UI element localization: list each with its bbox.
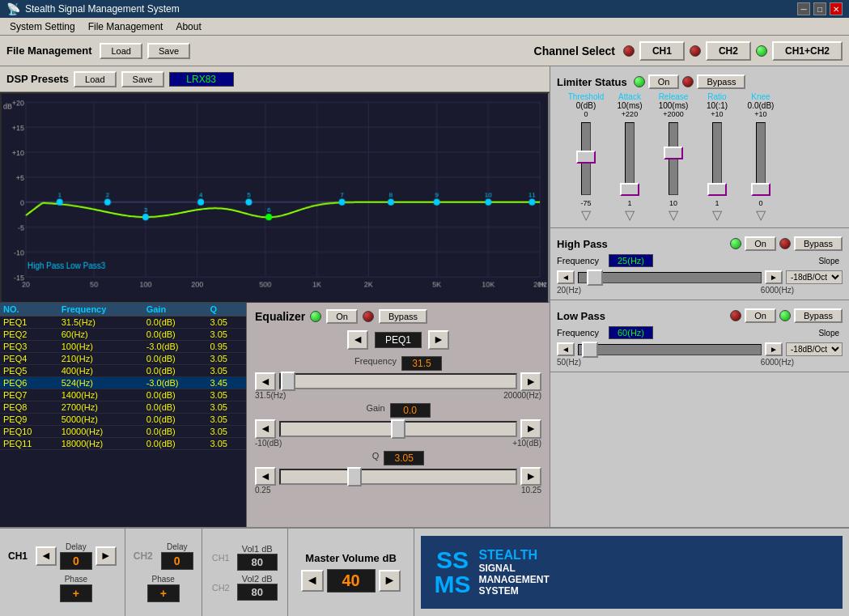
q-dec-button[interactable]: ◄ bbox=[255, 467, 276, 486]
table-cell: PEQ7 bbox=[0, 389, 58, 401]
table-cell: 0.0(dB) bbox=[143, 389, 207, 401]
ch1ch2-button[interactable]: CH1+CH2 bbox=[772, 41, 843, 61]
freq-inc-button[interactable]: ► bbox=[520, 372, 541, 392]
equalizer-on-button[interactable]: On bbox=[326, 309, 358, 324]
attack-thumb[interactable] bbox=[620, 183, 639, 196]
ch1-button[interactable]: CH1 bbox=[639, 41, 685, 61]
ch2-phase-value[interactable]: + bbox=[147, 584, 180, 602]
logo-stealth: STEALTH bbox=[478, 548, 549, 563]
release-thumb[interactable] bbox=[664, 147, 683, 159]
table-row[interactable]: PEQ4210(Hz)0.0(dB)3.05 bbox=[0, 353, 246, 365]
hp-freq-dec[interactable]: ◄ bbox=[557, 270, 575, 284]
file-load-button[interactable]: Load bbox=[100, 43, 142, 59]
eq-table-header: NO. Frequency Gain Q bbox=[0, 303, 246, 316]
limiter-bypass-button[interactable]: Bypass bbox=[697, 74, 745, 89]
table-cell: PEQ9 bbox=[0, 414, 58, 426]
file-management-title: File Management bbox=[6, 45, 91, 57]
knee-label: Knee bbox=[740, 92, 782, 101]
lp-slope-select[interactable]: -18dB/Oct -6dB/Oct -12dB/Oct -24dB/Oct bbox=[786, 342, 843, 356]
threshold-thumb[interactable] bbox=[576, 151, 596, 164]
equalizer-bypass-button[interactable]: Bypass bbox=[379, 309, 427, 324]
freq-dec-button[interactable]: ◄ bbox=[255, 372, 276, 392]
frequency-slider-row: ◄ ► bbox=[255, 372, 541, 392]
hp-bypass-button[interactable]: Bypass bbox=[794, 236, 843, 251]
ratio-slider-col: +10 1 bbox=[696, 110, 738, 207]
ch1-delay-inc[interactable]: ► bbox=[96, 546, 117, 566]
menu-system-setting[interactable]: System Setting bbox=[3, 19, 82, 34]
ch1-delay-dec[interactable]: ◄ bbox=[36, 546, 57, 566]
dsp-save-button[interactable]: Save bbox=[121, 71, 164, 87]
ch1-delay-row: CH1 ◄ Delay 0 ► bbox=[8, 542, 117, 570]
q-inc-button[interactable]: ► bbox=[520, 467, 541, 486]
lp-bypass-led bbox=[779, 310, 791, 321]
table-row[interactable]: PEQ3100(Hz)-3.0(dB)0.95 bbox=[0, 341, 246, 353]
limiter-title: Limiter Status bbox=[557, 76, 627, 88]
table-cell: 60(Hz) bbox=[58, 329, 143, 341]
logo-section: SS MS STEALTH SIGNAL MANAGEMENT SYSTEM bbox=[414, 529, 849, 616]
knee-slider-col: +10 0 bbox=[740, 110, 782, 207]
table-row[interactable]: PEQ1010000(Hz)0.0(dB)3.05 bbox=[0, 426, 246, 438]
hp-freq-inc[interactable]: ► bbox=[765, 270, 783, 284]
table-row[interactable]: PEQ71400(Hz)0.0(dB)3.05 bbox=[0, 389, 246, 401]
attack-down-arrow: ▽ bbox=[609, 207, 651, 223]
table-row[interactable]: PEQ131.5(Hz)0.0(dB)3.05 bbox=[0, 316, 246, 329]
master-vol-dec[interactable]: ◄ bbox=[301, 570, 324, 591]
maximize-button[interactable]: □ bbox=[813, 2, 826, 15]
knee-top: +10 bbox=[754, 110, 766, 118]
hp-slope-select[interactable]: -18dB/Oct -6dB/Oct -12dB/Oct -24dB/Oct bbox=[786, 270, 843, 284]
master-volume-section: Master Volume dB ◄ 40 ► bbox=[288, 529, 415, 616]
q-slider[interactable] bbox=[279, 469, 517, 485]
lp-freq-value: 60(Hz) bbox=[609, 326, 653, 339]
gain-dec-button[interactable]: ◄ bbox=[255, 419, 276, 439]
knee-thumb[interactable] bbox=[751, 183, 770, 196]
lp-freq-dec[interactable]: ◄ bbox=[557, 342, 575, 356]
table-cell: 0.0(dB) bbox=[143, 365, 207, 377]
table-cell: 210(Hz) bbox=[58, 353, 143, 365]
table-row[interactable]: PEQ260(Hz)0.0(dB)3.05 bbox=[0, 329, 246, 341]
vol1-label: Vol1 dB bbox=[242, 544, 273, 554]
dsp-load-button[interactable]: Load bbox=[74, 71, 116, 87]
table-row[interactable]: PEQ1118000(Hz)0.0(dB)3.05 bbox=[0, 438, 246, 450]
eq-graph[interactable] bbox=[0, 92, 550, 303]
peq-next-button[interactable]: ► bbox=[428, 330, 449, 350]
vol2-display-col: Vol2 dB 80 bbox=[237, 574, 278, 601]
table-row[interactable]: PEQ5400(Hz)0.0(dB)3.05 bbox=[0, 365, 246, 377]
master-vol-inc[interactable]: ► bbox=[379, 570, 401, 591]
ch2-button[interactable]: CH2 bbox=[706, 41, 751, 61]
minimize-button[interactable]: ─ bbox=[797, 2, 810, 15]
frequency-slider[interactable] bbox=[279, 373, 517, 389]
close-button[interactable]: ✕ bbox=[830, 2, 843, 15]
lp-bypass-button[interactable]: Bypass bbox=[794, 308, 843, 323]
hp-slider[interactable] bbox=[578, 272, 762, 283]
ch2-delay-phase: CH2 Delay 0 Phase + bbox=[125, 529, 202, 616]
lp-freq-range: 50(Hz) 6000(Hz) bbox=[557, 358, 843, 367]
release-vslider-container bbox=[652, 118, 694, 199]
q-range: 0.25 10.25 bbox=[255, 486, 541, 495]
hp-slope-label-row: Slope bbox=[656, 257, 839, 266]
lp-slope-label: Slope bbox=[818, 329, 839, 338]
table-cell: 400(Hz) bbox=[58, 365, 143, 377]
menu-file-management[interactable]: File Management bbox=[82, 19, 170, 34]
table-row[interactable]: PEQ95000(Hz)0.0(dB)3.05 bbox=[0, 414, 246, 426]
hp-on-button[interactable]: On bbox=[745, 236, 776, 251]
menu-about[interactable]: About bbox=[169, 19, 207, 34]
table-cell: 3.05 bbox=[206, 414, 246, 426]
file-save-button[interactable]: Save bbox=[147, 43, 190, 59]
dsp-preset-value[interactable]: LRX83 bbox=[169, 72, 234, 87]
limiter-on-button[interactable]: On bbox=[648, 74, 680, 89]
ratio-thumb[interactable] bbox=[707, 183, 727, 196]
lp-freq-inc[interactable]: ► bbox=[765, 342, 783, 356]
peq-prev-button[interactable]: ◄ bbox=[347, 330, 368, 350]
lp-on-button[interactable]: On bbox=[745, 308, 776, 323]
threshold-bot: -75 bbox=[580, 199, 591, 207]
gain-inc-button[interactable]: ► bbox=[520, 419, 541, 439]
hp-freq-range: 20(Hz) 6000(Hz) bbox=[557, 286, 843, 295]
lp-slider[interactable] bbox=[578, 344, 762, 355]
gain-slider[interactable] bbox=[279, 421, 517, 437]
table-row[interactable]: PEQ82700(Hz)0.0(dB)3.05 bbox=[0, 401, 246, 414]
ch1-phase-value[interactable]: + bbox=[60, 584, 92, 602]
release-unit: 100(ms) bbox=[652, 101, 694, 110]
middle-section: DSP Presets Load Save LRX83 NO. bbox=[0, 66, 849, 527]
table-row[interactable]: PEQ6524(Hz)-3.0(dB)3.45 bbox=[0, 377, 246, 389]
peq-selector: ◄ PEQ1 ► bbox=[255, 330, 541, 350]
